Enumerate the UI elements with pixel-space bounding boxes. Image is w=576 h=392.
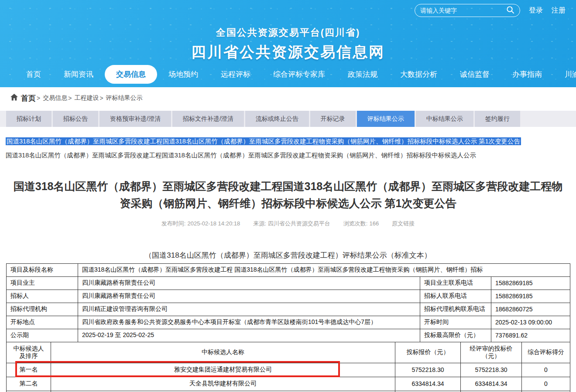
announcement-list: 国道318名山区黑竹（成都界）至雨城区多营段改建工程国道318名山区黑竹（成都界… xyxy=(0,127,576,160)
source: 来源:四川省公共资源交易平台 xyxy=(253,220,330,228)
evaluation-result-table: 项目及标段名称 国道318名山区黑竹（成都界）至雨城区多营段改建工程 国道318… xyxy=(6,263,570,392)
breadcrumb-evaluation-result[interactable]: 评标结果公示 xyxy=(106,94,143,102)
row-label: 公示期 xyxy=(7,329,78,342)
nav-item-expert-database[interactable]: 综合评标专家库 xyxy=(262,65,336,84)
breadcrumb-home[interactable]: 首页 xyxy=(10,93,36,103)
candidate-score: 0 xyxy=(522,377,570,391)
row-value: 国道318名山区黑竹（成都界）至雨城区多营段改建工程 国道318名山区黑竹（成都… xyxy=(78,263,570,276)
tab-bid-doc-supplement[interactable]: 招标文件补遗/澄清 xyxy=(172,111,244,127)
table-caption: （国道318名山区黑竹（成都界）至雨城区多营段改建工程）评标结果公示（标准文本） xyxy=(0,250,576,260)
candidates-header-row: 中标候选人及排序 中标候选人名称 投标报价（元） 经评审的投标价（元） 综合评标… xyxy=(7,342,570,363)
tab-bid-plan[interactable]: 招标计划 xyxy=(6,111,51,127)
row-value: 2025-02-19 至 2025-02-25 xyxy=(78,329,420,342)
breadcrumb-engineering[interactable]: 工程建设 xyxy=(74,94,99,102)
candidate-row-second: 第二名 天全县凯华建材有限公司 6334814.34 6334814.34 0 xyxy=(7,377,570,391)
row-label: 投标最高限价（元） xyxy=(420,329,491,342)
column-header-bid: 投标报价（元） xyxy=(395,342,461,363)
row-label: 招标代理机构 xyxy=(7,303,78,316)
breadcrumb-separator: > xyxy=(68,95,72,102)
row-label: 项目及标段名称 xyxy=(7,263,78,276)
candidate-rank: 第二名 xyxy=(7,377,51,391)
tab-prequalification-supplement[interactable]: 资格预审补遗/澄清 xyxy=(99,111,171,127)
candidate-row-first: 第一名 雅安交建集团运通建材贸易有限公司 5752218.30 5752218.… xyxy=(7,363,570,377)
platform-title: 全国公共资源交易平台(四川省) xyxy=(0,26,576,39)
candidate-reviewed-bid: 5752218.30 xyxy=(461,363,522,377)
register-link[interactable]: 注册 xyxy=(552,6,566,15)
home-icon xyxy=(10,94,18,103)
column-header-score: 综合评标得分 xyxy=(522,342,570,363)
main-nav: 首页 新闻资讯 交易信息 场地预约 远程评标 综合评标专家库 政策法规 大数据分… xyxy=(0,65,576,84)
tab-award-result[interactable]: 中标结果公示 xyxy=(416,111,473,127)
tab-contract-performance[interactable]: 签约履行 xyxy=(475,111,520,127)
publish-time: 发布时间:2025-02-18 14:20:18 xyxy=(161,220,240,228)
view-count: 浏览次数:166 xyxy=(343,220,379,228)
nav-item-trade-info[interactable]: 交易信息 xyxy=(105,65,157,84)
breadcrumb: 首页 > 交易信息 > 工程建设 > 评标结果公示 xyxy=(0,87,576,109)
row-value: 2025-02-13 09:00:00 xyxy=(491,316,570,329)
breadcrumb-trade-info[interactable]: 交易信息 xyxy=(43,94,67,102)
row-label: 开标地点 xyxy=(7,316,78,329)
candidate-score: 0 xyxy=(522,363,570,377)
page-title: 国道318名山区黑竹（成都界）至雨城区多营段改建工程国道318名山区黑竹（成都界… xyxy=(10,178,566,212)
tab-evaluation-result[interactable]: 评标结果公示 xyxy=(357,111,415,127)
nav-item-home[interactable]: 首页 xyxy=(15,65,52,84)
row-value: 四川精正建设管理咨询有限公司 xyxy=(78,303,420,316)
candidate-name: 雅安交建集团运通建材贸易有限公司 xyxy=(51,363,395,377)
breadcrumb-separator: > xyxy=(99,95,103,102)
tab-bid-announcement[interactable]: 招标公告 xyxy=(53,111,98,127)
nav-item-venue-booking[interactable]: 场地预约 xyxy=(157,65,209,84)
row-value: 四川省政府政务服务和公共资源交易服务中心本项目开标室（成都市青羊区鼓楼南街101… xyxy=(78,316,420,329)
candidate-bid: 5752218.30 xyxy=(395,363,461,377)
row-value: 15882869185 xyxy=(491,290,570,303)
tab-bid-opening-record[interactable]: 开标记录 xyxy=(310,111,356,127)
category-tabs: 招标计划 招标公告 资格预审补遗/澄清 招标文件补遗/澄清 流标或终止公告 开标… xyxy=(0,111,576,127)
row-label: 招标人联系电话 xyxy=(420,290,491,303)
row-value: 15882869185 xyxy=(491,276,570,290)
search-box[interactable] xyxy=(415,4,520,17)
table-row: 招标代理机构 四川精正建设管理咨询有限公司 招标代理机构联系电话 1868286… xyxy=(7,303,570,316)
row-value: 18682860725 xyxy=(491,303,570,316)
table-row: 公示期 2025-02-19 至 2025-02-25 投标最高限价（元） 73… xyxy=(7,329,570,342)
nav-item-remote-evaluation[interactable]: 远程评标 xyxy=(209,65,262,84)
article-meta: 发布时间:2025-02-18 14:20:18 来源:四川省公共资源交易平台 … xyxy=(0,220,576,228)
candidate-reviewed-bid: 6334814.34 xyxy=(461,377,522,391)
row-label: 开标时间 xyxy=(420,316,491,329)
nav-item-service-guide[interactable]: 办事指南 xyxy=(501,65,553,84)
tab-termination-notice[interactable]: 流标或终止公告 xyxy=(245,111,309,127)
table-row: 项目业主 四川康藏路桥有限责任公司 项目业主联系电话 15882869185 xyxy=(7,276,570,290)
row-value: 四川康藏路桥有限责任公司 xyxy=(78,276,420,290)
site-header: 登录 注册 全国公共资源交易平台(四川省) 四川省公共资源交易信息网 首页 新闻… xyxy=(0,0,576,87)
site-title: 四川省公共资源交易信息网 xyxy=(0,42,576,62)
candidate-name: 天全县凯华建材有限公司 xyxy=(51,377,395,391)
table-row: 招标人 四川康藏路桥有限责任公司 招标人联系电话 15882869185 xyxy=(7,290,570,303)
row-label: 招标人 xyxy=(7,290,78,303)
list-item-selected[interactable]: 国道318名山区黑竹（成都界）至雨城区多营段改建工程国道318名山区黑竹（成都界… xyxy=(6,137,576,146)
nav-item-policy[interactable]: 政策法规 xyxy=(336,65,389,84)
column-header-rank: 中标候选人及排序 xyxy=(7,342,51,363)
nav-item-chuanyu-zone[interactable]: 川渝共享专区 xyxy=(553,65,576,84)
search-icon[interactable] xyxy=(506,6,514,16)
table-row: 项目及标段名称 国道318名山区黑竹（成都界）至雨城区多营段改建工程 国道318… xyxy=(7,263,570,276)
column-header-reviewed-bid: 经评审的投标价（元） xyxy=(461,342,522,363)
nav-item-big-data[interactable]: 大数据分析 xyxy=(389,65,449,84)
breadcrumb-separator: > xyxy=(37,95,40,102)
list-item[interactable]: 国道318名山区黑竹（成都界）至雨城区多营段改建工程国道318名山区黑竹（成都界… xyxy=(6,151,576,160)
candidate-bid: 6334814.34 xyxy=(395,377,461,391)
search-input[interactable] xyxy=(420,7,506,14)
original-link[interactable]: 原文链接 xyxy=(392,220,415,228)
row-label: 招标代理机构联系电话 xyxy=(420,303,491,316)
nav-item-news[interactable]: 新闻资讯 xyxy=(52,65,105,84)
column-header-name: 中标候选人名称 xyxy=(51,342,395,363)
nav-item-integrity-supervision[interactable]: 诚信监督 xyxy=(449,65,501,84)
row-label: 项目业主 xyxy=(7,276,78,290)
login-link[interactable]: 登录 xyxy=(529,6,543,15)
row-label: 项目业主联系电话 xyxy=(420,276,491,290)
row-value: 四川康藏路桥有限责任公司 xyxy=(78,290,420,303)
table-row: 开标地点 四川省政府政务服务和公共资源交易服务中心本项目开标室（成都市青羊区鼓楼… xyxy=(7,316,570,329)
candidate-rank: 第一名 xyxy=(7,363,51,377)
topbar: 登录 注册 xyxy=(415,4,566,17)
row-value: 7376891.62 xyxy=(491,329,570,342)
